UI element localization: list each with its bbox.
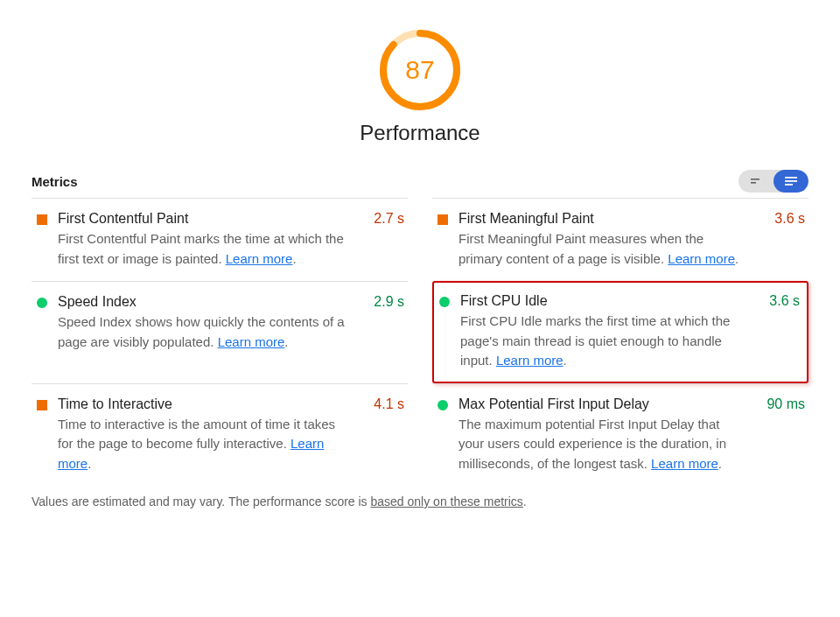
metrics-title: Metrics <box>32 174 78 189</box>
footer-link[interactable]: based only on these metrics <box>371 494 523 508</box>
learn-more-link[interactable]: Learn more <box>668 251 735 266</box>
metric-body: First CPU IdleFirst CPU Idle marks the f… <box>460 293 751 371</box>
period: . <box>88 456 91 471</box>
metric-value: 4.1 s <box>355 396 408 474</box>
metric-value: 3.6 s <box>751 293 803 371</box>
metric-body: First Meaningful PaintFirst Meaningful P… <box>458 211 756 269</box>
metric-row: First Contentful PaintFirst Contentful P… <box>32 198 408 281</box>
status-pass-icon <box>37 298 47 308</box>
metric-description: First CPU Idle marks the first time at w… <box>460 312 742 371</box>
status-pass-icon <box>439 297 450 307</box>
metric-body: Time to InteractiveTime to interactive i… <box>58 396 355 474</box>
score-value: 87 <box>378 28 462 112</box>
metric-description-text: First Contentful Paint marks the time at… <box>58 231 344 266</box>
metric-row: Speed IndexSpeed Index shows how quickly… <box>32 281 408 383</box>
collapsed-lines-icon <box>750 175 762 187</box>
footer-text: Values are estimated and may vary. The p… <box>32 494 371 508</box>
metric-description: Speed Index shows how quickly the conten… <box>58 312 346 352</box>
expanded-lines-icon <box>784 175 798 187</box>
metric-value: 2.9 s <box>355 294 408 371</box>
status-average-icon <box>37 214 47 225</box>
metrics-grid: First Contentful PaintFirst Contentful P… <box>32 198 808 486</box>
status-average-icon <box>37 400 47 410</box>
metric-row: First Meaningful PaintFirst Meaningful P… <box>432 198 808 281</box>
metric-row: First CPU IdleFirst CPU Idle marks the f… <box>432 281 808 383</box>
footer-suffix: . <box>523 494 527 508</box>
period: . <box>718 456 722 471</box>
svg-rect-2 <box>751 179 760 180</box>
category-title: Performance <box>360 121 480 145</box>
toggle-collapsed-button[interactable] <box>738 170 774 193</box>
status-pass-icon <box>438 400 448 410</box>
svg-rect-4 <box>785 177 797 179</box>
period: . <box>564 353 567 368</box>
metric-title: Time to Interactive <box>58 396 346 412</box>
performance-gauge: 87 <box>378 28 462 112</box>
metric-description: First Contentful Paint marks the time at… <box>58 229 346 269</box>
metric-title: Speed Index <box>58 294 346 310</box>
metric-body: Speed IndexSpeed Index shows how quickly… <box>58 294 355 371</box>
learn-more-link[interactable]: Learn more <box>651 456 718 471</box>
learn-more-link[interactable]: Learn more <box>226 251 293 266</box>
metric-value: 3.6 s <box>756 211 808 269</box>
metric-description: First Meaningful Paint measures when the… <box>458 229 747 269</box>
metric-description: Time to interactive is the amount of tim… <box>58 415 346 474</box>
metric-title: First CPU Idle <box>460 293 742 309</box>
view-toggle <box>738 170 808 193</box>
metric-body: First Contentful PaintFirst Contentful P… <box>58 211 355 269</box>
metric-title: First Meaningful Paint <box>458 211 747 227</box>
learn-more-link[interactable]: Learn more <box>496 353 564 368</box>
metric-body: Max Potential First Input DelayThe maxim… <box>458 396 756 474</box>
metric-row: Max Potential First Input DelayThe maxim… <box>432 383 808 487</box>
footer-note: Values are estimated and may vary. The p… <box>32 494 808 508</box>
metric-row: Time to InteractiveTime to interactive i… <box>32 383 408 487</box>
learn-more-link[interactable]: Learn more <box>218 334 285 349</box>
metric-value: 2.7 s <box>355 211 408 269</box>
svg-rect-6 <box>785 184 793 186</box>
metrics-header: Metrics <box>32 170 808 193</box>
toggle-expanded-button[interactable] <box>774 170 808 193</box>
svg-rect-3 <box>751 182 756 184</box>
period: . <box>735 251 738 266</box>
metric-description-text: Speed Index shows how quickly the conten… <box>58 314 345 349</box>
period: . <box>292 251 296 266</box>
gauge-wrapper: 87 Performance <box>32 28 808 145</box>
metric-title: Max Potential First Input Delay <box>458 396 747 412</box>
metric-title: First Contentful Paint <box>58 211 346 227</box>
status-average-icon <box>438 214 448 225</box>
period: . <box>284 334 288 349</box>
metric-description: The maximum potential First Input Delay … <box>458 415 747 474</box>
metric-value: 90 ms <box>756 396 808 474</box>
svg-rect-5 <box>785 180 797 182</box>
